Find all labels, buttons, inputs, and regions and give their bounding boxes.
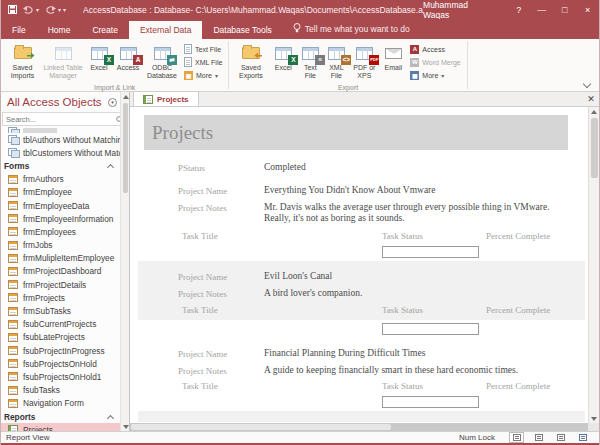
layout-view-icon[interactable] bbox=[553, 432, 568, 443]
import-xml-file-button[interactable]: XML File bbox=[184, 56, 222, 68]
list-item-form[interactable]: fsubProjectsOnHold bbox=[1, 357, 120, 370]
nav-pane-menu-icon[interactable]: ▾ bbox=[108, 98, 117, 107]
list-item-form[interactable]: frmMulipleItemEmployee bbox=[1, 252, 120, 265]
tab-create[interactable]: Create bbox=[81, 21, 129, 39]
save-icon[interactable] bbox=[8, 5, 17, 14]
list-item-form[interactable]: frmProjectDashboard bbox=[1, 265, 120, 278]
list-item-form[interactable]: frmEmployeeData bbox=[1, 199, 120, 212]
percent-complete-header: Percent Complete bbox=[486, 305, 550, 315]
list-item-query[interactable]: tblAuthors Without Matchin... bbox=[1, 133, 120, 146]
import-access-button[interactable]: A Access bbox=[113, 41, 143, 72]
tab-database-tools[interactable]: Database Tools bbox=[202, 21, 282, 39]
document-tab-projects[interactable]: Projects bbox=[133, 91, 199, 106]
list-item-form[interactable]: frmEmployee bbox=[1, 186, 120, 199]
export-group-label: Export bbox=[229, 84, 466, 91]
horizontal-scrollbar[interactable] bbox=[130, 423, 588, 431]
list-item-form[interactable]: fsubProjectInProgress bbox=[1, 344, 120, 357]
collapse-group-icon[interactable] bbox=[107, 163, 114, 168]
window-title: AccessDatabase : Database- C:\Users\Muha… bbox=[83, 5, 423, 15]
list-item-form[interactable]: frmEmployees bbox=[1, 225, 120, 238]
tab-home[interactable]: Home bbox=[37, 21, 82, 39]
scrollbar-thumb[interactable] bbox=[131, 424, 391, 430]
export-access-label: Access bbox=[422, 46, 445, 53]
redo-dropdown-icon[interactable]: ▾ bbox=[58, 6, 61, 13]
scrollbar-thumb[interactable] bbox=[123, 103, 128, 193]
help-button[interactable]: ? bbox=[507, 0, 530, 19]
collapse-ribbon-icon[interactable] bbox=[583, 82, 591, 88]
nav-pane-header[interactable]: All Access Objects ▾ « bbox=[1, 92, 129, 112]
query-icon bbox=[8, 148, 18, 157]
list-item-form[interactable]: fsubTasks bbox=[1, 384, 120, 397]
list-item-form[interactable]: fsubProjectsOnHold1 bbox=[1, 370, 120, 383]
nav-pane-scrollbar[interactable] bbox=[120, 92, 129, 431]
project-notes-label: Project Notes bbox=[178, 366, 227, 376]
maximize-button[interactable]: □ bbox=[553, 0, 576, 19]
group-header-label: Reports bbox=[4, 412, 35, 422]
close-document-icon[interactable]: ✕ bbox=[583, 91, 599, 106]
list-item-report-selected[interactable]: Projects bbox=[1, 423, 120, 431]
tab-file[interactable]: File bbox=[1, 21, 37, 39]
scroll-down-icon[interactable] bbox=[590, 414, 599, 423]
list-item-form[interactable]: frmProjects bbox=[1, 291, 120, 304]
list-item-form[interactable]: fsubCurrentProjects bbox=[1, 318, 120, 331]
word-merge-button: WWord Merge bbox=[410, 56, 460, 68]
saved-exports-button[interactable]: Saved Exports bbox=[232, 41, 269, 80]
undo-icon[interactable] bbox=[23, 5, 34, 14]
undo-dropdown-icon[interactable]: ▾ bbox=[36, 6, 39, 13]
design-view-icon[interactable] bbox=[575, 432, 590, 443]
print-preview-icon[interactable] bbox=[531, 432, 546, 443]
customize-qat-icon[interactable]: ▾ bbox=[63, 6, 66, 13]
list-item-form[interactable]: frmSubTasks bbox=[1, 304, 120, 317]
import-more-button[interactable]: ▦More▾ bbox=[184, 69, 222, 81]
saved-imports-button[interactable]: Saved Imports bbox=[4, 41, 41, 80]
scroll-up-icon[interactable] bbox=[121, 92, 130, 101]
export-more-button[interactable]: ▦More▾ bbox=[410, 69, 460, 81]
close-button[interactable]: × bbox=[576, 0, 599, 19]
text-file-icon bbox=[184, 44, 192, 54]
group-header-reports[interactable]: Reports bbox=[1, 410, 120, 423]
scroll-up-icon[interactable] bbox=[590, 107, 599, 116]
scrollbar-thumb[interactable] bbox=[591, 118, 598, 178]
import-excel-button[interactable]: X Excel bbox=[85, 41, 113, 72]
export-xml-file-button[interactable]: <> XML File bbox=[323, 41, 349, 80]
form-icon bbox=[8, 372, 18, 381]
list-item-label: frmProjects bbox=[23, 293, 65, 303]
import-text-file-button[interactable]: Text File bbox=[184, 43, 222, 55]
list-item-form[interactable]: frmEmployeeInformation bbox=[1, 212, 120, 225]
collapse-group-icon[interactable] bbox=[107, 414, 114, 419]
odbc-database-button[interactable]: ⇄ ODBC Database bbox=[143, 41, 181, 80]
project-name-label: Project Name bbox=[178, 186, 227, 196]
export-excel-button[interactable]: X Excel bbox=[269, 41, 297, 72]
text-file-export-icon: ≡ bbox=[297, 42, 323, 64]
report-icon bbox=[143, 95, 153, 104]
list-item-form[interactable]: frmProjectDetails bbox=[1, 278, 120, 291]
saved-imports-label: Saved Imports bbox=[4, 64, 41, 80]
group-header-forms[interactable]: Forms bbox=[1, 159, 120, 172]
import-excel-label: Excel bbox=[90, 64, 107, 72]
task-status-input[interactable] bbox=[382, 246, 479, 258]
task-status-input[interactable] bbox=[382, 396, 479, 408]
tell-me-box[interactable]: Tell me what you want to do bbox=[283, 19, 420, 39]
list-item-label: Projects bbox=[23, 425, 53, 431]
list-item-form[interactable]: frmAuthors bbox=[1, 173, 120, 186]
task-status-input[interactable] bbox=[382, 323, 479, 335]
list-item-query[interactable]: tblCustomers Without Match... bbox=[1, 146, 120, 159]
minimize-button[interactable]: — bbox=[530, 0, 553, 19]
vertical-scrollbar[interactable] bbox=[588, 107, 599, 423]
email-button[interactable]: Email bbox=[379, 41, 407, 72]
export-text-file-button[interactable]: ≡ Text File bbox=[297, 41, 323, 80]
pdf-xps-button[interactable]: PDF PDF or XPS bbox=[349, 41, 379, 80]
signed-in-user[interactable]: Muhammad Waqas bbox=[423, 0, 493, 20]
list-item-form[interactable]: Navigation Form bbox=[1, 397, 120, 410]
list-item-form[interactable]: frmJobs bbox=[1, 239, 120, 252]
export-access-button[interactable]: AAccess bbox=[410, 43, 460, 55]
scroll-down-icon[interactable] bbox=[121, 422, 130, 431]
form-icon bbox=[8, 307, 18, 316]
tab-external-data[interactable]: External Data bbox=[129, 21, 203, 39]
project-notes-value: A guide to keeping financially smart in … bbox=[264, 365, 576, 376]
redo-icon[interactable] bbox=[45, 5, 56, 14]
export-small-buttons: AAccess WWord Merge ▦More▾ bbox=[407, 41, 463, 81]
list-item-form[interactable]: fsubLateProjects bbox=[1, 331, 120, 344]
search-input[interactable] bbox=[3, 115, 116, 124]
report-view-icon[interactable] bbox=[509, 432, 524, 443]
